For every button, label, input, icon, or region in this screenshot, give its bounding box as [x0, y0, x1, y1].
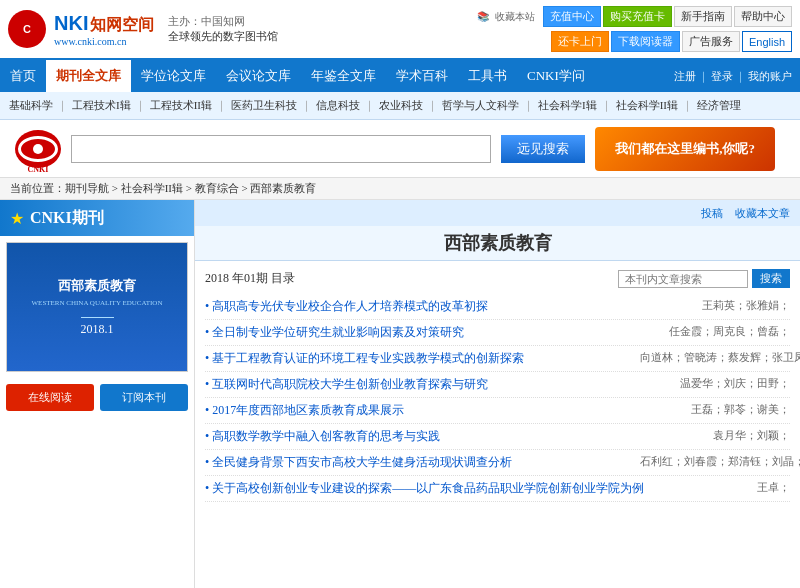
article-title-2[interactable]: • 基于工程教育认证的环境工程专业实践教学模式的创新探索	[205, 350, 640, 367]
nav-item-journal[interactable]: 期刊全文库	[46, 60, 131, 92]
article-authors-6: 石利红；刘春霞；郑清钰；刘晶；郑欢；许琳菲；	[640, 454, 790, 469]
article-item-3: • 互联网时代高职院校大学生创新创业教育探索与研究 温爱华；刘庆；田野；	[205, 372, 790, 398]
nav-item-encyclopedia[interactable]: 学术百科	[386, 60, 458, 92]
cat-social2[interactable]: 社会科学II辑	[613, 98, 681, 113]
article-item-2: • 基于工程教育认证的环境工程专业实践教学模式的创新探索 向道林；管晓涛；蔡发辉…	[205, 346, 790, 372]
article-list-header: 2018 年01期 目录 搜索	[205, 269, 790, 288]
cat-basic[interactable]: 基础科学	[6, 98, 56, 113]
article-search-input[interactable]	[618, 270, 748, 288]
header-buttons-row1: 📚 收藏本站 充值中心 购买充值卡 新手指南 帮助中心	[477, 6, 792, 27]
article-title-6[interactable]: • 全民健身背景下西安市高校大学生健身活动现状调查分析	[205, 454, 640, 471]
nav-item-conference[interactable]: 会议论文库	[216, 60, 301, 92]
search-area: CNKI 远见搜索 我们都在这里编书,你呢?	[0, 120, 800, 178]
nav-myaccount[interactable]: 我的账户	[748, 69, 792, 84]
cat-agri[interactable]: 农业科技	[376, 98, 426, 113]
right-panel: 投稿 收藏本文章 西部素质教育 2018 年01期 目录 搜索 • 高职高专光伏…	[195, 200, 800, 588]
category-bar: 基础科学 ｜ 工程技术I辑 ｜ 工程技术II辑 ｜ 医药卫生科技 ｜ 信息科技 …	[0, 92, 800, 120]
article-authors-0: 王莉英；张雅娟；	[702, 298, 790, 313]
cat-info[interactable]: 信息科技	[313, 98, 363, 113]
article-title-5[interactable]: • 高职数学教学中融入创客教育的思考与实践	[205, 428, 713, 445]
article-authors-4: 王磊；郭苓；谢美；	[691, 402, 790, 417]
journal-cover: 西部素质教育 WESTERN CHINA QUALITY EDUCATION 2…	[6, 242, 188, 372]
action-contribute[interactable]: 投稿	[701, 206, 723, 221]
article-search-box: 搜索	[618, 269, 790, 288]
logo-host: 主办：中国知网 全球领先的数字图书馆	[168, 14, 278, 44]
btn-english[interactable]: English	[742, 31, 792, 52]
cover-en: WESTERN CHINA QUALITY EDUCATION	[32, 299, 163, 308]
period-label: 2018 年01期 目录	[205, 270, 295, 287]
article-authors-1: 任金霞；周克良；曾磊；	[669, 324, 790, 339]
breadcrumb-text: 当前位置：期刊导航 > 社会科学II辑 > 教育综合 > 西部素质教育	[10, 181, 316, 196]
header: C NKI 知网空间 www.cnki.com.cn 主办：中国知网 全球领先的…	[0, 0, 800, 60]
cat-economy[interactable]: 经济管理	[694, 98, 744, 113]
article-list-area: 2018 年01期 目录 搜索 • 高职高专光伏专业校企合作人才培养模式的改革初…	[195, 261, 800, 588]
btn-goumai[interactable]: 购买充值卡	[603, 6, 672, 27]
article-item-4: • 2017年度西部地区素质教育成果展示 王磊；郭苓；谢美；	[205, 398, 790, 424]
article-item-6: • 全民健身背景下西安市高校大学生健身活动现状调查分析 石利红；刘春霞；郑清钰；…	[205, 450, 790, 476]
journal-panel: ★ CNKI期刊 西部素质教育 WESTERN CHINA QUALITY ED…	[0, 200, 195, 588]
article-item-7: • 关于高校创新创业专业建设的探索——以广东食品药品职业学院创新创业学院为例 王…	[205, 476, 790, 502]
btn-read-online[interactable]: 在线阅读	[6, 384, 94, 411]
breadcrumb: 当前位置：期刊导航 > 社会科学II辑 > 教育综合 > 西部素质教育	[0, 178, 800, 200]
cnki-eye-logo: CNKI	[15, 130, 61, 168]
header-right: 📚 收藏本站 充值中心 购买充值卡 新手指南 帮助中心 还卡上门 下载阅读器 广…	[477, 6, 792, 52]
btn-huanka[interactable]: 还卡上门	[551, 31, 609, 52]
logo-icon: C	[8, 10, 46, 48]
nav-right-actions: 注册 ｜ 登录 ｜ 我的账户	[674, 69, 800, 84]
article-title-4[interactable]: • 2017年度西部地区素质教育成果展示	[205, 402, 691, 419]
nav-login[interactable]: 登录	[711, 69, 733, 84]
logo-zhiwang: 知网空间	[90, 15, 154, 36]
logo-text-group: NKI 知网空间 www.cnki.com.cn	[54, 12, 154, 47]
journal-buttons: 在线阅读 订阅本刊	[0, 378, 194, 417]
article-search-button[interactable]: 搜索	[752, 269, 790, 288]
logo-url: www.cnki.com.cn	[54, 36, 154, 47]
main-content: ★ CNKI期刊 西部素质教育 WESTERN CHINA QUALITY ED…	[0, 200, 800, 588]
nav-item-thesis[interactable]: 学位论文库	[131, 60, 216, 92]
panel-title-bar: 西部素质教育	[195, 226, 800, 261]
cat-social1[interactable]: 社会科学I辑	[535, 98, 600, 113]
promo-banner: 我们都在这里编书,你呢?	[595, 127, 775, 171]
article-authors-3: 温爱华；刘庆；田野；	[680, 376, 790, 391]
nav-item-yearbook[interactable]: 年鉴全文库	[301, 60, 386, 92]
cat-medicine[interactable]: 医药卫生科技	[228, 98, 300, 113]
btn-adservice[interactable]: 广告服务	[682, 31, 740, 52]
panel-title: 西部素质教育	[444, 233, 552, 253]
article-title-7[interactable]: • 关于高校创新创业专业建设的探索——以广东食品药品职业学院创新创业学院为例	[205, 480, 757, 497]
logo-area: C NKI 知网空间 www.cnki.com.cn 主办：中国知网 全球领先的…	[8, 10, 278, 48]
cnki-star-icon: ★	[10, 209, 24, 228]
journal-header: ★ CNKI期刊	[0, 200, 194, 236]
btn-chongzhi[interactable]: 充值中心	[543, 6, 601, 27]
nav-item-home[interactable]: 首页	[0, 60, 46, 92]
search-input[interactable]	[71, 135, 491, 163]
journal-header-title: CNKI期刊	[30, 208, 104, 229]
article-title-1[interactable]: • 全日制专业学位研究生就业影响因素及对策研究	[205, 324, 669, 341]
article-item-5: • 高职数学教学中融入创客教育的思考与实践 袁月华；刘颖；	[205, 424, 790, 450]
cat-philosophy[interactable]: 哲学与人文科学	[439, 98, 522, 113]
nav-bar: 首页 期刊全文库 学位论文库 会议论文库 年鉴全文库 学术百科 工具书 CNKI…	[0, 60, 800, 92]
btn-subscribe[interactable]: 订阅本刊	[100, 384, 188, 411]
article-authors-5: 袁月华；刘颖；	[713, 428, 790, 443]
article-authors-2: 向道林；管晓涛；蔡发辉；张卫凤；	[640, 350, 790, 365]
article-item-0: • 高职高专光伏专业校企合作人才培养模式的改革初探 王莉英；张雅娟；	[205, 294, 790, 320]
right-panel-topbar: 投稿 收藏本文章	[195, 200, 800, 226]
icon-bookmark-label: 收藏本站	[495, 10, 535, 24]
cat-eng2[interactable]: 工程技术II辑	[147, 98, 215, 113]
action-save[interactable]: 收藏本文章	[735, 206, 790, 221]
nav-item-cnkiask[interactable]: CNKI学问	[517, 60, 595, 92]
btn-help[interactable]: 帮助中心	[734, 6, 792, 27]
search-button[interactable]: 远见搜索	[501, 135, 585, 163]
article-authors-7: 王卓；	[757, 480, 790, 495]
header-buttons-row2: 还卡上门 下载阅读器 广告服务 English	[551, 31, 792, 52]
icon-bookmark: 📚	[477, 11, 489, 22]
nav-register[interactable]: 注册	[674, 69, 696, 84]
cover-title: 西部素质教育	[58, 277, 136, 295]
article-item-1: • 全日制专业学位研究生就业影响因素及对策研究 任金霞；周克良；曾磊；	[205, 320, 790, 346]
article-title-3[interactable]: • 互联网时代高职院校大学生创新创业教育探索与研究	[205, 376, 680, 393]
article-title-0[interactable]: • 高职高专光伏专业校企合作人才培养模式的改革初探	[205, 298, 702, 315]
logo-nki: NKI	[54, 12, 88, 35]
nav-item-tools[interactable]: 工具书	[458, 60, 517, 92]
cat-eng1[interactable]: 工程技术I辑	[69, 98, 134, 113]
btn-download[interactable]: 下载阅读器	[611, 31, 680, 52]
btn-xinshou[interactable]: 新手指南	[674, 6, 732, 27]
cover-year: 2018.1	[81, 317, 114, 337]
